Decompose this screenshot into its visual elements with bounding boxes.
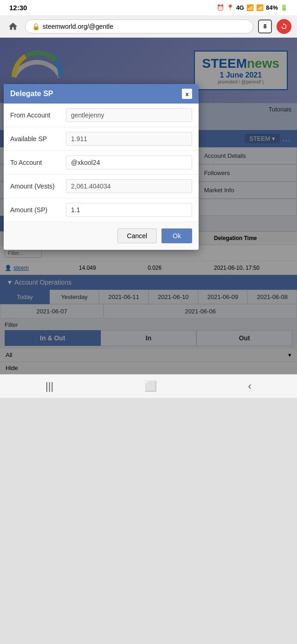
available-sp-row: Available SP <box>4 127 199 151</box>
refresh-button[interactable] <box>277 19 291 34</box>
delegate-sp-modal: Delegate SP x From Account Available SP … <box>4 84 199 250</box>
modal-body: From Account Available SP To Account Amo… <box>4 104 199 222</box>
modal-close-button[interactable]: x <box>182 89 192 99</box>
ok-button[interactable]: Ok <box>161 228 192 243</box>
available-sp-label: Available SP <box>10 135 66 143</box>
from-account-row: From Account <box>4 104 199 127</box>
amount-vests-label: Amount (Vests) <box>10 182 66 190</box>
battery-label: 84% <box>266 4 278 11</box>
recent-apps-button[interactable]: ‹ <box>248 380 252 392</box>
amount-sp-row: Amount (SP) <box>4 198 199 222</box>
battery-icon: 🔋 <box>280 4 288 11</box>
to-account-row: To Account <box>4 151 199 175</box>
modal-overlay: Delegate SP x From Account Available SP … <box>0 38 297 374</box>
cancel-button[interactable]: Cancel <box>117 228 157 243</box>
to-account-input[interactable] <box>66 156 192 169</box>
to-account-label: To Account <box>10 159 66 166</box>
modal-header: Delegate SP x <box>4 84 199 104</box>
home-button[interactable] <box>6 19 20 34</box>
main-content: 86.63 % STEEMnews 1 June 2021 promoted /… <box>0 38 297 374</box>
lock-icon: 🔒 <box>32 23 40 30</box>
status-bar: 12:30 ⏰ 📍 4G 📶 📶 84% 🔋 <box>0 0 297 15</box>
modal-title: Delegate SP <box>10 90 53 98</box>
modal-footer: Cancel Ok <box>4 222 199 250</box>
time-display: 12:30 <box>9 4 27 12</box>
signal-label: 4G <box>236 4 244 11</box>
location-icon: 📍 <box>226 4 234 11</box>
amount-sp-input[interactable] <box>66 203 192 217</box>
url-bar[interactable]: 🔒 steemworld.org/@gentle <box>25 20 253 33</box>
status-icons: ⏰ 📍 4G 📶 📶 84% 🔋 <box>217 4 288 11</box>
from-account-input <box>66 108 192 122</box>
close-icon: x <box>185 91 188 98</box>
available-sp-input <box>66 132 192 146</box>
alarm-icon: ⏰ <box>217 4 224 11</box>
amount-vests-row: Amount (Vests) <box>4 175 199 198</box>
home-nav-button[interactable]: ⬜ <box>144 380 157 392</box>
wifi-icon: 📶 <box>256 4 264 11</box>
signal-bars-icon: 📶 <box>246 4 254 11</box>
from-account-label: From Account <box>10 111 66 119</box>
back-button[interactable]: ||| <box>45 380 53 392</box>
tab-count-button[interactable]: 8 <box>258 20 272 33</box>
browser-bar: 🔒 steemworld.org/@gentle 8 <box>0 15 297 38</box>
url-text: steemworld.org/@gentle <box>43 23 113 30</box>
bottom-nav: ||| ⬜ ‹ <box>0 374 297 398</box>
amount-vests-input <box>66 179 192 193</box>
amount-sp-label: Amount (SP) <box>10 206 66 214</box>
